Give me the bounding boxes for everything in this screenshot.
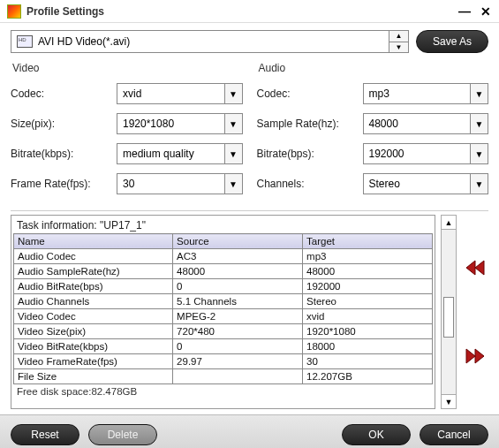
table-cell: 192000 — [303, 279, 433, 294]
svg-marker-2 — [466, 349, 475, 363]
video-bitrate-select[interactable]: medium quality▼ — [117, 143, 243, 164]
delete-button[interactable]: Delete — [88, 424, 157, 445]
table-row[interactable]: Audio Channels5.1 ChannelsStereo — [14, 294, 433, 309]
table-cell: 1920*1080 — [303, 324, 433, 339]
reset-button[interactable]: Reset — [11, 424, 79, 445]
table-cell: Video BitRate(kbps) — [14, 339, 173, 354]
app-icon — [7, 4, 21, 19]
video-size-label: Size(pix): — [11, 118, 117, 130]
free-disk-label: Free disk space:82.478GB — [13, 384, 433, 399]
save-as-button[interactable]: Save As — [416, 30, 488, 53]
table-cell: Stereo — [303, 294, 433, 309]
table-row[interactable]: Video Size(pix)720*4801920*1080 — [14, 324, 433, 339]
video-codec-label: Codec: — [11, 87, 117, 100]
audio-channels-select[interactable]: Stereo▼ — [363, 173, 489, 194]
table-cell: mp3 — [303, 249, 433, 264]
table-row[interactable]: Video CodecMPEG-2xvid — [14, 309, 433, 324]
table-cell: 18000 — [303, 339, 433, 354]
video-section: Video Codec: xvid▼ Size(pix): 1920*1080▼… — [11, 62, 243, 203]
video-size-select[interactable]: 1920*1080▼ — [117, 113, 243, 134]
table-cell: Audio Channels — [14, 294, 173, 309]
close-button[interactable]: ✕ — [480, 5, 492, 18]
scroll-track[interactable] — [442, 230, 456, 394]
table-row[interactable]: File Size12.207GB — [14, 369, 433, 384]
svg-marker-3 — [475, 349, 484, 363]
svg-marker-0 — [466, 261, 475, 275]
col-name[interactable]: Name — [14, 234, 173, 249]
table-cell: 29.97 — [173, 354, 303, 369]
minimize-button[interactable]: — — [458, 5, 471, 18]
table-cell: 5.1 Channels — [173, 294, 303, 309]
table-row[interactable]: Audio CodecAC3mp3 — [14, 249, 433, 264]
audio-section-title: Audio — [257, 62, 489, 74]
audio-samplerate-label: Sample Rate(hz): — [257, 118, 363, 130]
table-row[interactable]: Audio BitRate(bps)0192000 — [14, 279, 433, 294]
video-framerate-label: Frame Rate(fps): — [11, 178, 117, 190]
audio-channels-label: Channels: — [257, 178, 363, 190]
scroll-down-icon[interactable]: ▼ — [442, 394, 456, 408]
table-cell: Video Codec — [14, 309, 173, 324]
table-cell: xvid — [303, 309, 433, 324]
profile-value: AVI HD Video(*.avi) — [38, 35, 130, 48]
table-cell: 48000 — [173, 264, 303, 279]
chevron-down-icon[interactable]: ▼ — [224, 114, 242, 133]
chevron-down-icon[interactable]: ▼ — [470, 114, 488, 133]
chevron-down-icon[interactable]: ▼ — [470, 84, 488, 103]
table-cell: 48000 — [303, 264, 433, 279]
chevron-down-icon[interactable]: ▼ — [470, 174, 488, 194]
video-section-title: Video — [11, 62, 243, 74]
next-button[interactable] — [464, 345, 487, 367]
svg-marker-1 — [475, 261, 484, 275]
audio-bitrate-select[interactable]: 192000▼ — [363, 143, 489, 164]
table-cell: 0 — [173, 339, 303, 354]
table-cell: File Size — [14, 369, 173, 384]
table-cell: Audio SampleRate(hz) — [14, 264, 173, 279]
audio-samplerate-select[interactable]: 48000▼ — [363, 113, 489, 134]
table-cell: Video Size(pix) — [14, 324, 173, 339]
task-table: Name Source Target Audio CodecAC3mp3Audi… — [13, 233, 433, 384]
table-row[interactable]: Video BitRate(kbps)018000 — [14, 339, 433, 354]
footer: Reset Delete OK Cancel — [0, 414, 499, 448]
scrollbar-vertical[interactable]: ▲ ▼ — [441, 215, 457, 409]
scroll-up-icon[interactable]: ▲ — [442, 216, 456, 230]
audio-section: Audio Codec: mp3▼ Sample Rate(hz): 48000… — [257, 62, 489, 203]
spinner-down-icon[interactable]: ▼ — [389, 42, 408, 53]
task-info-label: Task information: "UP17_1" — [13, 217, 433, 233]
cancel-button[interactable]: Cancel — [420, 424, 488, 445]
table-row[interactable]: Audio SampleRate(hz)4800048000 — [14, 264, 433, 279]
table-cell: Video FrameRate(fps) — [14, 354, 173, 369]
col-target[interactable]: Target — [303, 234, 433, 249]
spinner-up-icon[interactable]: ▲ — [389, 31, 408, 42]
table-cell: 12.207GB — [303, 369, 433, 384]
ok-button[interactable]: OK — [342, 424, 411, 445]
chevron-down-icon[interactable]: ▼ — [224, 144, 242, 163]
window-title: Profile Settings — [26, 5, 458, 18]
chevron-down-icon[interactable]: ▼ — [224, 84, 242, 103]
table-row[interactable]: Video FrameRate(fps)29.9730 — [14, 354, 433, 369]
table-cell: Audio BitRate(bps) — [14, 279, 173, 294]
prev-button[interactable] — [464, 257, 487, 278]
table-cell: MPEG-2 — [173, 309, 303, 324]
audio-bitrate-label: Bitrate(bps): — [257, 148, 363, 160]
scroll-thumb[interactable] — [443, 297, 454, 338]
chevron-down-icon[interactable]: ▼ — [224, 174, 242, 194]
chevron-down-icon[interactable]: ▼ — [470, 144, 488, 163]
format-icon: HD — [17, 35, 33, 48]
profile-select[interactable]: HD AVI HD Video(*.avi) ▲ ▼ — [11, 30, 409, 53]
video-codec-select[interactable]: xvid▼ — [117, 83, 243, 104]
audio-codec-label: Codec: — [257, 87, 363, 100]
table-cell — [173, 369, 303, 384]
table-cell: Audio Codec — [14, 249, 173, 264]
table-cell: AC3 — [173, 249, 303, 264]
video-framerate-select[interactable]: 30▼ — [117, 173, 243, 194]
video-bitrate-label: Bitrate(kbps): — [11, 148, 117, 160]
audio-codec-select[interactable]: mp3▼ — [363, 83, 489, 104]
table-cell: 0 — [173, 279, 303, 294]
col-source[interactable]: Source — [173, 234, 303, 249]
table-cell: 720*480 — [173, 324, 303, 339]
task-info-box: Task information: "UP17_1" Name Source T… — [11, 215, 435, 409]
table-cell: 30 — [303, 354, 433, 369]
title-bar: Profile Settings — ✕ — [0, 0, 499, 23]
profile-spinner[interactable]: ▲ ▼ — [389, 31, 408, 52]
